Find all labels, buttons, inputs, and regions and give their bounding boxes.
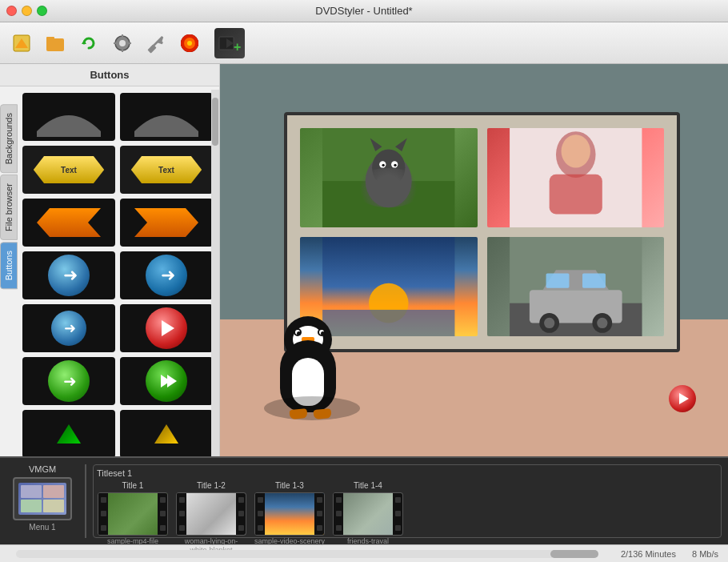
open-button[interactable] (40, 28, 70, 58)
sidebar-tab-file-browser[interactable]: File browser (0, 175, 18, 240)
new-button[interactable] (6, 28, 37, 58)
vmgm-label: VMGM (29, 464, 56, 474)
window-controls[interactable] (6, 6, 47, 16)
settings-button[interactable] (107, 28, 138, 58)
tools-button[interactable] (141, 28, 171, 58)
button-orange-left[interactable] (22, 199, 115, 247)
horizontal-scrollbar[interactable] (16, 550, 598, 558)
svg-rect-42 (546, 273, 569, 287)
penguin-eye-right (318, 328, 326, 336)
title-item-3[interactable]: Title 1-3 sample-video-scenery (254, 481, 326, 546)
thumb-mini-3 (21, 500, 42, 512)
svg-point-6 (119, 40, 126, 46)
svg-rect-11 (147, 44, 156, 53)
menu1-label: Menu 1 (29, 523, 55, 532)
preview-area (220, 64, 728, 456)
titleset-label: Titleset 1 (97, 468, 718, 478)
svg-point-30 (394, 164, 396, 167)
refresh-button[interactable] (74, 28, 104, 58)
film-strip-left-1 (98, 493, 108, 535)
scrollbar-thumb[interactable] (212, 98, 218, 146)
side-tabs: Backgrounds File browser Buttons (0, 104, 18, 291)
button-yellow-triangle[interactable] (120, 410, 213, 456)
titleset-section: Titleset 1 Title 1 (93, 464, 722, 538)
title-label-1: Title 1 (122, 481, 144, 490)
photo-slot-4 (487, 237, 665, 336)
button-dark-arch-1[interactable] (22, 93, 115, 141)
button-text-arrow-2[interactable]: Text (120, 146, 213, 194)
title-filename-3: sample-video-scenery (254, 537, 325, 546)
title-filename-1: sample-mp4-file (107, 537, 158, 546)
sidebar: Buttons Backgrounds File browser Buttons (0, 64, 220, 456)
sidebar-tab-buttons[interactable]: Buttons (0, 242, 18, 289)
burn-button[interactable] (174, 28, 205, 58)
penguin-pupil-left (297, 331, 301, 335)
main-area: Buttons Backgrounds File browser Buttons (0, 64, 728, 456)
film-strip-right-3 (314, 493, 324, 535)
menu1-thumbnail[interactable] (13, 477, 72, 520)
minutes-status: 2/136 Minutes (621, 549, 676, 559)
sidebar-tab-backgrounds[interactable]: Backgrounds (0, 104, 18, 173)
svg-point-29 (382, 164, 384, 167)
title-bar: DVDStyler - Untitled* (0, 0, 728, 22)
penguin-eye-left (294, 328, 302, 336)
minimize-button[interactable] (22, 6, 32, 16)
photo-slot-1 (300, 128, 478, 227)
divider-1 (85, 464, 86, 538)
svg-point-47 (597, 318, 607, 328)
button-green-arrow[interactable]: ➜ (22, 357, 115, 405)
toolbar: + (0, 22, 728, 64)
thumb-mini-1 (21, 485, 42, 498)
title-label-2: Title 1-2 (197, 481, 226, 490)
title-item-2[interactable]: Title 1-2 woman-lying-on-white-blanket (175, 481, 247, 555)
bitrate-status: 8 Mb/s (692, 549, 718, 559)
close-button[interactable] (6, 6, 17, 16)
add-dvd-button[interactable]: + (214, 28, 245, 58)
film-strip-left-4 (334, 493, 343, 535)
svg-text:+: + (234, 40, 241, 54)
bottom-panel: VMGM Menu 1 Titleset 1 Title 1 (0, 456, 728, 544)
title-item-1[interactable]: Title 1 sample-mp4-file (97, 481, 169, 546)
button-green-ff[interactable] (120, 357, 213, 405)
svg-rect-43 (582, 273, 606, 287)
button-orange-right[interactable] (120, 199, 213, 247)
sidebar-header: Buttons (0, 64, 219, 86)
titles-row: Title 1 sample-mp4-file (97, 481, 718, 555)
title-thumb-3 (254, 492, 325, 536)
button-circle-blue-1[interactable]: ➜ (22, 251, 115, 299)
button-text-arrow-1[interactable]: Text (22, 146, 115, 194)
svg-rect-33 (549, 175, 602, 215)
button-green-triangle[interactable] (22, 410, 115, 456)
svg-point-46 (544, 318, 554, 328)
scrollbar-thumb-h[interactable] (550, 550, 598, 558)
title-label-4: Title 1-4 (354, 481, 382, 490)
button-red-play[interactable] (120, 304, 213, 352)
maximize-button[interactable] (37, 6, 47, 16)
thumb-mini-4 (43, 500, 64, 512)
svg-rect-3 (46, 37, 54, 42)
button-grid: Text Text ➜ (0, 86, 219, 456)
penguin-shadow (264, 396, 360, 420)
photo-slot-2 (487, 128, 665, 227)
svg-point-16 (187, 41, 192, 46)
film-strip-left-3 (255, 493, 265, 535)
play-overlay-icon (679, 393, 689, 404)
title-thumb-2 (176, 492, 246, 536)
button-dark-arch-2[interactable] (120, 93, 213, 141)
menu1-thumb-inner (18, 483, 66, 515)
title-label-3: Title 1-3 (275, 481, 304, 490)
play-overlay-button[interactable] (669, 385, 696, 412)
film-strip-right-1 (158, 493, 167, 535)
vmgm-section: VMGM Menu 1 (6, 464, 78, 538)
film-strip-right-2 (236, 493, 246, 535)
button-circle-blue-small[interactable]: ➜ (22, 304, 115, 352)
svg-point-34 (561, 134, 590, 167)
title-item-4[interactable]: Title 1-4 friends-traval (332, 481, 404, 546)
title-thumb-4 (333, 492, 403, 536)
penguin-pupil-right (321, 331, 325, 335)
button-circle-blue-2[interactable]: ➜ (120, 251, 213, 299)
sidebar-scrollbar[interactable] (211, 90, 219, 456)
title-filename-4: friends-traval (347, 537, 389, 546)
window-title: DVDStyler - Untitled* (315, 5, 412, 17)
svg-point-24 (372, 149, 405, 186)
